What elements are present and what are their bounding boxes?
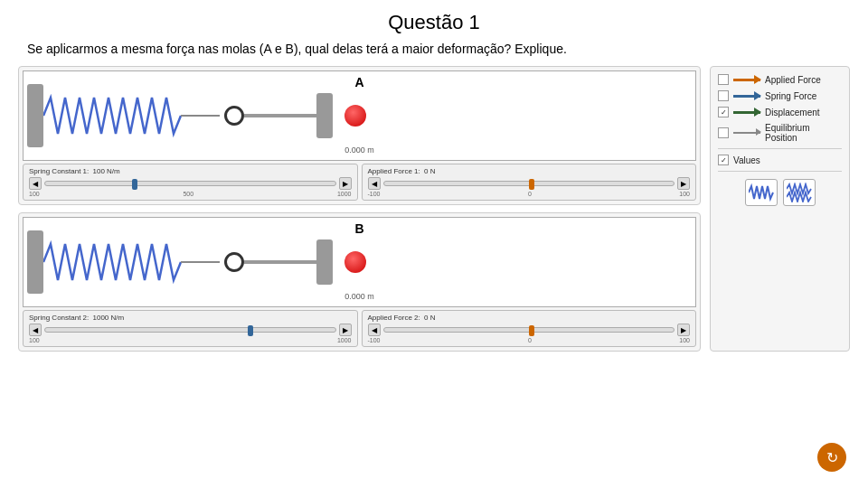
displacement-b: 0.000 m — [344, 292, 374, 301]
spring-coil-a — [43, 89, 224, 143]
sim-a-label: A — [354, 75, 363, 89]
spring-constant-track-a[interactable] — [44, 181, 336, 186]
applied-force-label-a: Applied Force 1: 0 N — [368, 167, 691, 175]
applied-force-checkbox[interactable] — [718, 74, 729, 85]
legend-item-values[interactable]: Values — [718, 155, 842, 165]
legend-item-applied-force[interactable]: Applied Force — [718, 74, 842, 85]
page-title: Questão 1 — [0, 0, 868, 40]
displacement-a: 0.000 m — [344, 145, 374, 155]
applied-force-box-b: Applied Force 2: 0 N ◀ ▶ -1000100 — [362, 310, 697, 347]
applied-force-track-b[interactable] — [383, 327, 675, 333]
sim-viewport-b: B 0.000 m — [23, 217, 696, 307]
applied-force-track-a[interactable] — [383, 181, 675, 186]
sim-viewport-a: A 0.000 m — [23, 70, 696, 161]
question-text: Se aplicarmos a mesma força nas molas (A… — [0, 40, 868, 66]
spring-force-arrow — [733, 91, 760, 100]
spring-constant-thumb-a[interactable] — [132, 179, 137, 190]
legend-item-displacement[interactable]: Displacement — [718, 107, 842, 117]
wall-left-a — [27, 84, 43, 147]
sim-panel-b: B 0.000 m — [18, 212, 701, 352]
equilibrium-arrow — [733, 128, 760, 137]
equilibrium-checkbox[interactable] — [718, 127, 729, 138]
double-spring-svg — [787, 183, 812, 202]
displacement-checkbox[interactable] — [718, 107, 729, 117]
controls-b: Spring Constant 2: 1000 N/m ◀ ▶ 1001000 — [23, 310, 696, 347]
applied-force-next-b[interactable]: ▶ — [677, 324, 690, 336]
applied-force-arrow-shape — [733, 79, 760, 81]
applied-force-ticks-a: -1000100 — [368, 191, 691, 197]
spring-constant-slider-a: ◀ ▶ — [29, 177, 352, 190]
spring-constant-prev-b[interactable]: ◀ — [29, 324, 42, 336]
spring-coil-b — [43, 235, 224, 289]
applied-force-thumb-a[interactable] — [529, 179, 534, 190]
wall-right-a — [316, 93, 333, 138]
sim-icons-row — [718, 179, 842, 206]
applied-force-prev-b[interactable]: ◀ — [368, 324, 381, 336]
displacement-label: Displacement — [765, 108, 842, 117]
spring-constant-label-b: Spring Constant 2: 1000 N/m — [29, 314, 352, 322]
spring-constant-label-a: Spring Constant 1: 100 N/m — [29, 167, 352, 175]
spring-constant-next-a[interactable]: ▶ — [339, 177, 352, 190]
values-checkbox[interactable] — [718, 155, 729, 165]
wall-right-b — [316, 239, 333, 285]
applied-force-prev-a[interactable]: ◀ — [368, 177, 381, 190]
applied-force-slider-b: ◀ ▶ — [368, 324, 691, 336]
sim-b-label: B — [354, 221, 363, 236]
equilibrium-label: Equilibrium Position — [765, 123, 842, 143]
spring-constant-next-b[interactable]: ▶ — [339, 324, 352, 336]
legend-divider — [718, 148, 842, 149]
controls-a: Spring Constant 1: 100 N/m ◀ ▶ 100500100… — [23, 164, 696, 201]
rod-b — [244, 260, 316, 264]
applied-force-next-a[interactable]: ▶ — [677, 177, 690, 190]
applied-force-arrow — [733, 75, 760, 84]
ring-b — [224, 252, 244, 272]
applied-force-thumb-b[interactable] — [529, 325, 534, 336]
applied-force-label-b: Applied Force 2: 0 N — [368, 314, 691, 322]
displacement-arrow-shape — [733, 111, 760, 114]
single-spring-icon-btn[interactable] — [745, 179, 778, 206]
wall-left-b — [27, 230, 43, 294]
rod-a — [244, 114, 316, 117]
legend-item-equilibrium[interactable]: Equilibrium Position — [718, 123, 842, 143]
equilibrium-arrow-shape — [733, 132, 760, 134]
refresh-button[interactable]: ↻ — [817, 443, 846, 472]
spring-constant-box-a: Spring Constant 1: 100 N/m ◀ ▶ 100500100… — [23, 164, 358, 201]
ring-a — [224, 106, 244, 126]
spring-constant-thumb-b[interactable] — [248, 325, 253, 336]
displacement-arrow — [733, 108, 760, 117]
legend-divider-2 — [718, 171, 842, 172]
ball-a — [344, 105, 366, 127]
spring-constant-slider-b: ◀ ▶ — [29, 324, 352, 336]
legend-item-spring-force[interactable]: Spring Force — [718, 90, 842, 101]
ball-b — [344, 251, 366, 273]
single-spring-svg — [749, 183, 774, 202]
spring-constant-ticks-a: 1005001000 — [29, 191, 352, 197]
spring-force-label: Spring Force — [765, 91, 842, 101]
simulations: A 0.000 m — [18, 66, 701, 352]
applied-force-ticks-b: -1000100 — [368, 337, 691, 343]
legend-panel: Applied Force Spring Force Displacement … — [710, 66, 850, 352]
applied-force-slider-a: ◀ ▶ — [368, 177, 691, 190]
applied-force-box-a: Applied Force 1: 0 N ◀ ▶ -1000100 — [362, 164, 697, 201]
spring-constant-prev-a[interactable]: ◀ — [29, 177, 42, 190]
double-spring-icon-btn[interactable] — [783, 179, 816, 206]
spring-constant-ticks-b: 1001000 — [29, 337, 352, 343]
sim-panel-a: A 0.000 m — [18, 66, 701, 205]
values-label: Values — [733, 155, 842, 165]
spring-force-checkbox[interactable] — [718, 90, 729, 101]
spring-constant-box-b: Spring Constant 2: 1000 N/m ◀ ▶ 1001000 — [23, 310, 358, 347]
spring-constant-track-b[interactable] — [44, 327, 336, 333]
spring-force-arrow-shape — [733, 95, 760, 98]
main-content: A 0.000 m — [0, 66, 868, 352]
applied-force-label: Applied Force — [765, 75, 842, 85]
